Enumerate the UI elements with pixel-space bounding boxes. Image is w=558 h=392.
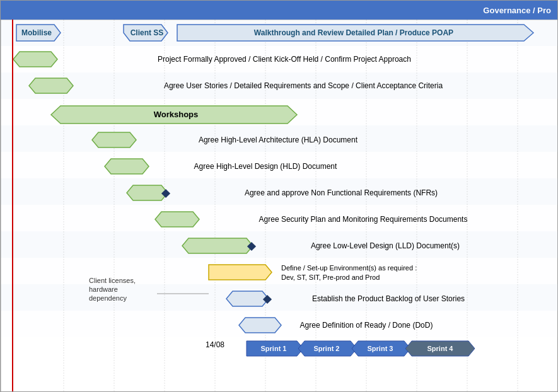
gantt-svg: Mobilise Client SS Walkthrough and Revie… <box>1 20 558 392</box>
row11-label: Agree Definition of Ready / Done (DoD) <box>300 321 433 330</box>
header-title: Governance / Pro <box>483 6 551 15</box>
svg-marker-39 <box>239 318 281 333</box>
sprint3-label: Sprint 3 <box>368 345 393 352</box>
row6-label: Agree and approve Non Functional Require… <box>245 188 438 197</box>
svg-marker-36 <box>209 265 272 280</box>
svg-marker-25 <box>13 52 57 67</box>
svg-rect-10 <box>1 284 558 311</box>
note-line2: hardware <box>89 285 118 293</box>
note-line3: dependency <box>89 294 127 302</box>
note-line1: Client licenses, <box>89 277 136 284</box>
mobilise-label: Mobilise <box>21 28 52 37</box>
svg-rect-8 <box>1 231 558 258</box>
gantt-chart: Governance / Pro Mobilise <box>0 0 558 392</box>
row7-label: Agree Security Plan and Monitoring Requi… <box>259 215 468 224</box>
row10-label: Establish the Product Backlog of User St… <box>312 294 465 303</box>
row5-label: Agree High-Level Design (HLD) Document <box>194 162 337 171</box>
svg-marker-29 <box>105 159 149 174</box>
sprint4-label: Sprint 4 <box>427 345 454 352</box>
svg-marker-30 <box>127 185 168 200</box>
row8-label: Agree Low-Level Design (LLD) Document(s) <box>311 241 460 250</box>
row2-label: Agree User Stories / Detailed Requiremen… <box>164 81 443 90</box>
svg-rect-9 <box>1 258 558 284</box>
svg-marker-32 <box>155 212 199 227</box>
svg-marker-26 <box>29 78 73 93</box>
row1-label: Project Formally Approved / Client Kick-… <box>158 55 411 64</box>
row4-label: Agree High-Level Architecture (HLA) Docu… <box>199 135 358 144</box>
current-date-line <box>12 20 13 391</box>
date-label: 14/08 <box>206 340 224 349</box>
header-bar: Governance / Pro <box>1 1 557 20</box>
sprint1-label: Sprint 1 <box>261 345 287 352</box>
sprint2-label: Sprint 2 <box>314 345 340 352</box>
client-ss-label: Client SS <box>131 28 164 37</box>
row9-label-line1: Define / Set-up Environment(s) as requir… <box>281 264 417 272</box>
svg-marker-37 <box>226 291 269 306</box>
svg-marker-28 <box>92 132 136 147</box>
walkthrough-label: Walkthrough and Review Detailed Plan / P… <box>254 28 453 37</box>
row9-label-line2: Dev, ST, SIT, Pre-prod and Prod <box>281 274 380 281</box>
workshops-label: Workshops <box>154 110 199 119</box>
svg-marker-33 <box>182 238 253 253</box>
